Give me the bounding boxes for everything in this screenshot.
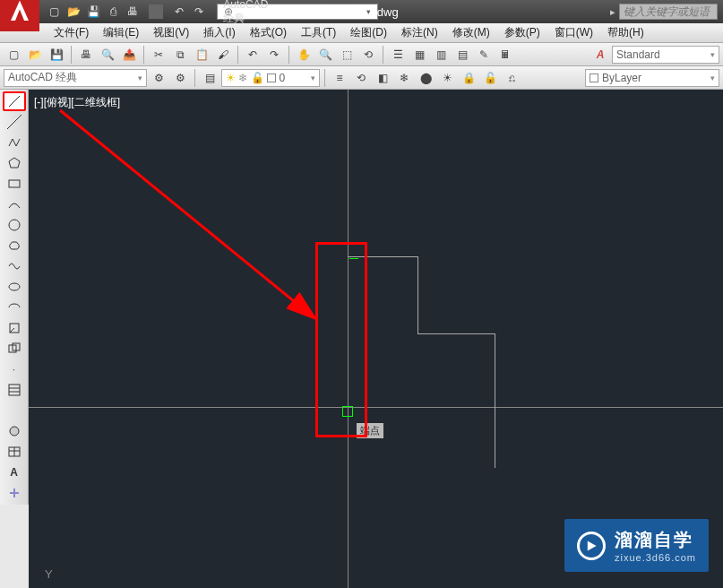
text-style-button[interactable]: A: [590, 45, 610, 65]
gradient-tool[interactable]: [3, 401, 26, 420]
menu-draw[interactable]: 绘图(D): [343, 25, 394, 40]
drawing-segment: [417, 256, 418, 333]
title-bar: ▢ 📂 💾 ⎙ 🖶 ↶ ↷ ⊕ AutoCAD 经典 ▾ Drawing1.dw…: [0, 0, 723, 23]
mtext-tool[interactable]: A: [3, 463, 26, 482]
play-icon: [577, 532, 606, 560]
workspace-settings-button[interactable]: ⚙: [149, 68, 168, 88]
svg-point-4: [9, 220, 20, 230]
new-icon[interactable]: ▢: [47, 4, 61, 19]
xline-tool[interactable]: [3, 112, 26, 132]
save-icon[interactable]: 💾: [86, 4, 100, 19]
svg-rect-9: [9, 385, 20, 395]
workspace-dropdown-2[interactable]: AutoCAD 经典 ▾: [4, 69, 147, 87]
svg-point-13: [10, 427, 19, 436]
publish-button[interactable]: 📤: [119, 45, 139, 65]
table-tool[interactable]: [3, 442, 26, 462]
point-tool[interactable]: ·: [3, 359, 26, 379]
menu-tools[interactable]: 工具(T): [294, 25, 343, 40]
rectangle-tool[interactable]: [3, 174, 26, 194]
undo-icon[interactable]: ↶: [172, 4, 186, 19]
zoom-prev-button[interactable]: ⟲: [358, 45, 378, 65]
text-style-dropdown[interactable]: Standard ▾: [612, 46, 719, 64]
ucs-y-label: Y: [45, 567, 53, 581]
new-button[interactable]: ▢: [4, 45, 23, 65]
layer-state-button[interactable]: ≡: [330, 68, 349, 88]
separator: [288, 46, 289, 64]
cut-button[interactable]: ✂: [149, 45, 168, 65]
bylayer-dropdown[interactable]: ByLayer ▾: [585, 69, 719, 87]
ellipse-tool[interactable]: [3, 277, 26, 297]
calc-button[interactable]: 🖩: [495, 45, 515, 65]
menu-format[interactable]: 格式(O): [243, 25, 294, 40]
layer-dropdown[interactable]: ☀ ❄ 🔓 0 ▾: [221, 69, 320, 87]
line-tool[interactable]: [3, 91, 26, 111]
layer-prev-button[interactable]: ⟲: [351, 68, 371, 88]
drawing-canvas[interactable]: [-][俯视][二维线框] 端点 Y 溜溜自学 zixue.3d66.com: [29, 90, 723, 588]
menu-dimension[interactable]: 标注(N): [394, 25, 445, 40]
circle-tool[interactable]: [3, 215, 26, 235]
menu-insert[interactable]: 插入(I): [196, 25, 242, 40]
layer-off-button[interactable]: ⬤: [416, 68, 435, 88]
layer-props-button[interactable]: ▤: [200, 68, 219, 88]
tp-button[interactable]: ▥: [431, 45, 451, 65]
collapse-arrow-icon[interactable]: ▸: [610, 6, 615, 18]
menu-parametric[interactable]: 参数(P): [497, 25, 547, 40]
markup-button[interactable]: ✎: [474, 45, 494, 65]
crosshair-horizontal: [29, 407, 723, 408]
hatch-tool[interactable]: [3, 380, 26, 400]
menu-window[interactable]: 窗口(W): [547, 25, 600, 40]
match-button[interactable]: 🖌: [213, 45, 233, 65]
print-button[interactable]: 🖶: [76, 45, 96, 65]
draw-toolbar: · A: [0, 90, 29, 505]
layer-iso-button[interactable]: ◧: [373, 68, 392, 88]
separator: [324, 69, 325, 87]
svg-rect-3: [9, 180, 20, 187]
svg-line-17: [60, 110, 314, 317]
menu-modify[interactable]: 修改(M): [445, 25, 497, 40]
menu-file[interactable]: 文件(F): [47, 25, 96, 40]
menu-edit[interactable]: 编辑(E): [96, 25, 146, 40]
drawing-segment: [417, 333, 495, 334]
workspace-gear-button[interactable]: ⚙: [170, 68, 190, 88]
polygon-tool[interactable]: [3, 153, 26, 173]
menu-help[interactable]: 帮助(H): [600, 25, 651, 40]
pan-button[interactable]: ✋: [294, 45, 314, 65]
print-icon[interactable]: 🖶: [125, 4, 140, 19]
paste-button[interactable]: 📋: [192, 45, 211, 65]
addselected-tool[interactable]: [3, 483, 26, 503]
redo-button[interactable]: ↷: [264, 45, 284, 65]
arc-tool[interactable]: [3, 195, 26, 214]
search-input[interactable]: [619, 4, 718, 20]
zoom-rt-button[interactable]: 🔍: [315, 45, 335, 65]
layer-on-button[interactable]: ☀: [437, 68, 457, 88]
chevron-down-icon: ▾: [710, 74, 715, 82]
insert-tool[interactable]: [3, 318, 26, 338]
saveas-icon[interactable]: ⎙: [106, 4, 120, 19]
preview-button[interactable]: 🔍: [98, 45, 117, 65]
dc-button[interactable]: ▦: [409, 45, 429, 65]
pline-tool[interactable]: [3, 133, 26, 152]
layer-lock-button[interactable]: 🔒: [459, 68, 478, 88]
ellipse-arc-tool[interactable]: [3, 298, 26, 317]
open-button[interactable]: 📂: [25, 45, 45, 65]
undo-button[interactable]: ↶: [243, 45, 263, 65]
layer-match-button[interactable]: ⎌: [502, 68, 521, 88]
spline-tool[interactable]: [3, 256, 26, 276]
app-logo[interactable]: [0, 0, 39, 31]
ssm-button[interactable]: ▤: [452, 45, 472, 65]
region-tool[interactable]: [3, 421, 26, 441]
redo-icon[interactable]: ↷: [192, 4, 206, 19]
revcloud-tool[interactable]: [3, 236, 26, 255]
block-tool[interactable]: [3, 339, 26, 359]
watermark-url: zixue.3d66.com: [615, 552, 696, 563]
layer-unlock-button[interactable]: 🔓: [480, 68, 500, 88]
open-icon[interactable]: 📂: [66, 4, 81, 19]
save-button[interactable]: 💾: [47, 45, 66, 65]
zoom-window-button[interactable]: ⬚: [337, 45, 357, 65]
properties-button[interactable]: ☰: [388, 45, 408, 65]
workspace-value: AutoCAD 经典: [8, 70, 77, 85]
copy-button[interactable]: ⧉: [170, 45, 190, 65]
separator: [194, 69, 195, 87]
menu-view[interactable]: 视图(V): [146, 25, 196, 40]
layer-freeze-button[interactable]: ❄: [394, 68, 414, 88]
